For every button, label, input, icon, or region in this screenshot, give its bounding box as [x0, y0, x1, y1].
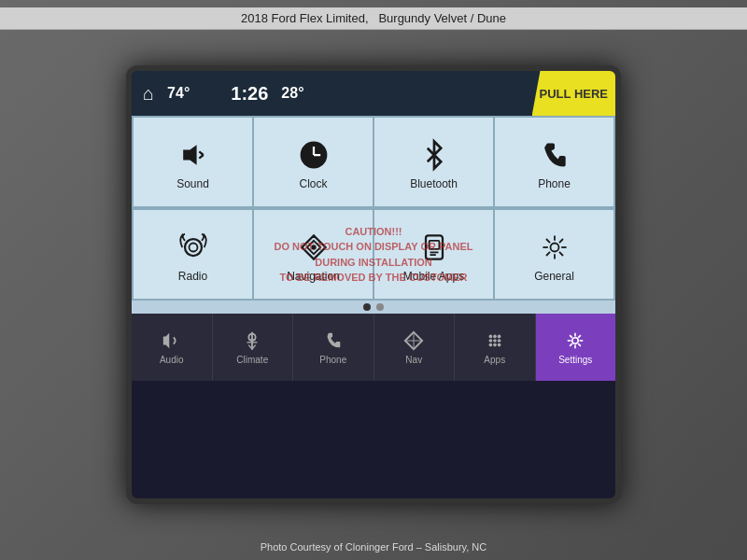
mobile-apps-icon: [417, 231, 451, 264]
clock-label: Clock: [299, 177, 327, 190]
svg-point-33: [498, 334, 501, 338]
phone-icon: [538, 138, 571, 172]
radio-tile[interactable]: Radio: [134, 210, 252, 299]
general-icon: [538, 231, 571, 264]
svg-point-15: [550, 243, 558, 251]
radio-label: Radio: [178, 270, 207, 283]
svg-point-10: [311, 245, 316, 249]
clock-icon: [297, 138, 331, 172]
svg-rect-12: [429, 240, 439, 248]
sound-tile[interactable]: Sound: [134, 118, 252, 206]
svg-point-6: [185, 239, 202, 256]
svg-point-31: [488, 334, 492, 338]
car-subtitle: Burgundy Velvet / Dune: [378, 11, 506, 25]
mobile-apps-label: Mobile Apps: [403, 270, 464, 283]
car-title: 2018 Ford Flex Limited,: [241, 11, 369, 25]
svg-line-21: [558, 251, 562, 255]
grid-row-1: Sound Clock Bluetooth: [132, 116, 615, 208]
svg-point-39: [498, 343, 501, 346]
general-tile[interactable]: General: [495, 210, 613, 299]
grid-row-2-container: Radio Navigation: [132, 208, 615, 301]
svg-point-38: [493, 343, 497, 346]
phone-label: Phone: [538, 177, 571, 190]
dot-2: [376, 303, 384, 311]
grid-row-2: Radio Navigation: [132, 208, 615, 301]
interior-temp: 74°: [167, 85, 190, 102]
audio-nav-label: Audio: [160, 355, 184, 365]
nav-phone[interactable]: Phone: [293, 314, 374, 381]
nav-nav[interactable]: Nav: [374, 314, 456, 381]
navigation-label: Navigation: [287, 270, 340, 283]
phone-nav-icon: [323, 330, 344, 351]
svg-point-7: [189, 243, 197, 251]
infotainment-screen: ⌂ 74° 1:26 28° PULL HERE Sound: [126, 65, 621, 504]
apps-nav-label: Apps: [484, 355, 505, 365]
clock-tile[interactable]: Clock: [254, 118, 373, 206]
phone-nav-label: Phone: [319, 355, 346, 365]
phone-tile[interactable]: Phone: [495, 118, 613, 206]
svg-point-37: [488, 343, 492, 346]
nav-climate[interactable]: Climate: [213, 314, 294, 381]
climate-nav-label: Climate: [236, 355, 268, 365]
status-bar: ⌂ 74° 1:26 28° PULL HERE: [132, 71, 615, 116]
svg-point-32: [493, 334, 497, 338]
sound-label: Sound: [176, 177, 209, 190]
nav-apps[interactable]: Apps: [455, 314, 536, 381]
mobile-apps-tile[interactable]: Mobile Apps: [374, 210, 493, 299]
bottom-nav: Audio Climate Phone: [132, 314, 615, 381]
bluetooth-label: Bluetooth: [410, 177, 458, 190]
svg-line-46: [578, 343, 581, 346]
svg-line-48: [570, 343, 572, 346]
outer-frame: 2018 Ford Flex Limited, Burgundy Velvet …: [0, 0, 747, 560]
settings-nav-label: Settings: [558, 355, 592, 365]
nav-audio[interactable]: Audio: [132, 314, 213, 381]
dot-1: [363, 303, 371, 311]
main-grid-area: Sound Clock Bluetooth: [132, 116, 615, 314]
sound-icon: [176, 138, 210, 172]
bluetooth-icon: [417, 138, 451, 172]
svg-line-47: [578, 335, 581, 338]
svg-point-36: [498, 339, 501, 343]
svg-point-35: [493, 339, 497, 343]
svg-line-22: [558, 239, 562, 243]
navigation-icon: [297, 231, 331, 264]
svg-line-20: [546, 239, 550, 243]
apps-nav-icon: [485, 330, 505, 351]
outside-temp: 28°: [281, 85, 303, 102]
bluetooth-tile[interactable]: Bluetooth: [374, 118, 493, 206]
radio-icon: [176, 231, 210, 264]
navigation-tile[interactable]: Navigation: [254, 210, 373, 299]
general-label: General: [534, 270, 574, 283]
svg-marker-0: [183, 145, 196, 165]
svg-line-45: [570, 335, 572, 338]
top-label: 2018 Ford Flex Limited, Burgundy Velvet …: [0, 7, 747, 30]
clock-display: 1:26: [231, 83, 268, 105]
audio-nav-icon: [162, 330, 182, 351]
climate-nav-icon: [242, 330, 262, 351]
pull-here-tag: PULL HERE: [532, 71, 615, 116]
settings-nav-icon: [565, 330, 585, 351]
svg-point-40: [572, 337, 578, 343]
svg-point-34: [488, 339, 492, 343]
svg-line-23: [546, 251, 550, 255]
page-indicator: [132, 301, 615, 314]
svg-line-2: [199, 155, 204, 159]
nav-nav-icon: [403, 330, 424, 351]
nav-nav-label: Nav: [405, 355, 422, 365]
nav-settings[interactable]: Settings: [536, 314, 616, 381]
photo-credit: Photo Courtesy of Cloninger Ford – Salis…: [0, 541, 747, 553]
home-icon[interactable]: ⌂: [143, 83, 154, 105]
